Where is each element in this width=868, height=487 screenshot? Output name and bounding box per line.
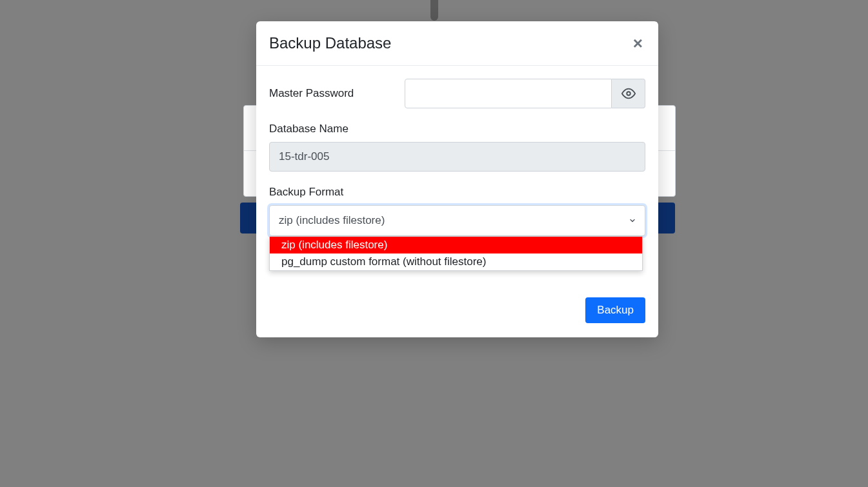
backup-format-option[interactable]: pg_dump custom format (without filestore… [270,253,642,270]
backup-button[interactable]: Backup [585,297,645,323]
backup-format-option[interactable]: zip (includes filestore) [270,237,642,253]
database-name-label: Database Name [269,123,645,135]
svg-point-0 [627,92,631,95]
backup-format-selected-value: zip (includes filestore) [279,214,385,227]
close-icon: × [633,34,643,53]
eye-icon [621,86,636,101]
modal-title: Backup Database [269,34,391,52]
master-password-input-group [405,79,645,108]
browser-camera-bump [430,0,438,21]
backup-format-select[interactable]: zip (includes filestore) [269,205,645,236]
backup-format-select-wrap: zip (includes filestore) zip (includes f… [269,205,645,236]
chevron-down-icon [629,217,636,224]
master-password-row: Master Password [269,79,645,108]
close-button[interactable]: × [631,35,645,52]
modal-header: Backup Database × [256,21,658,66]
backup-database-modal: Backup Database × Master Password [256,21,658,337]
toggle-password-visibility-button[interactable] [612,79,645,108]
backup-format-dropdown: zip (includes filestore) pg_dump custom … [269,236,643,271]
database-name-block: Database Name [269,123,645,172]
backup-format-block: Backup Format zip (includes filestore) z… [269,186,645,236]
master-password-label: Master Password [269,87,385,100]
modal-body: Master Password Database Name Backup For [256,66,658,243]
database-name-input [269,142,645,172]
backup-format-label: Backup Format [269,186,645,199]
master-password-input[interactable] [405,79,612,108]
